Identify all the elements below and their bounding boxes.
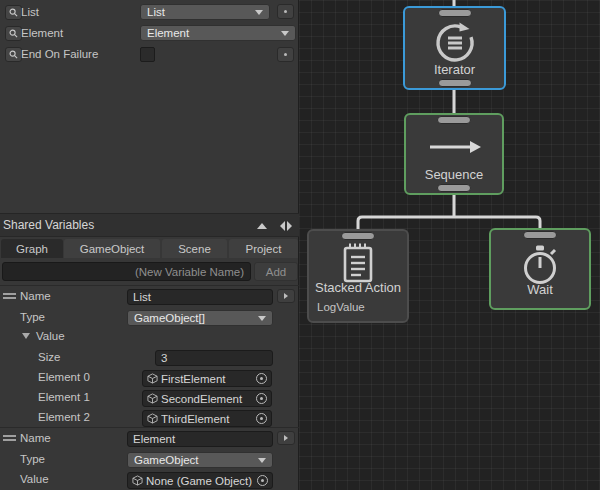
tab-scene[interactable]: Scene <box>162 239 227 258</box>
element-0-label: Element 0 <box>38 371 90 383</box>
incoming-connector[interactable] <box>341 232 375 240</box>
node-wait[interactable]: Wait <box>489 228 591 310</box>
prefab-cube-icon <box>147 373 158 384</box>
object-picker-icon[interactable] <box>257 475 268 486</box>
task-field-row-end-on-failure: End On Failure <box>0 46 299 63</box>
value-label: Value <box>36 330 65 342</box>
search-icon <box>9 8 18 17</box>
behavior-tree-canvas[interactable]: Iterator Sequence <box>299 0 600 490</box>
element-0-object-field[interactable]: FirstElement <box>142 370 272 387</box>
task-field-row-list: List List <box>0 4 299 21</box>
chevron-down-icon <box>281 31 289 36</box>
prefab-cube-icon <box>147 413 158 424</box>
value-object-field[interactable]: None (Game Object) <box>127 472 273 489</box>
divider <box>0 285 299 286</box>
splitter-resize-icon[interactable] <box>280 221 292 231</box>
element-1-object-field[interactable]: SecondElement <box>142 390 272 407</box>
object-picker-icon[interactable] <box>256 373 267 384</box>
value-foldout-icon[interactable] <box>22 333 30 339</box>
search-icon <box>9 29 18 38</box>
element-2-object-field[interactable]: ThirdElement <box>142 410 272 427</box>
incoming-connector[interactable] <box>438 9 472 17</box>
triangle-right-icon <box>284 435 288 441</box>
variable-type-dropdown[interactable]: GameObject[] <box>127 310 273 326</box>
variable-name-field[interactable] <box>127 431 273 447</box>
node-stacked-action[interactable]: Stacked Action LogValue <box>307 229 409 323</box>
outgoing-connector[interactable] <box>437 184 471 192</box>
shared-variables-header[interactable]: Shared Variables <box>0 213 299 237</box>
node-sequence[interactable]: Sequence <box>404 113 504 195</box>
chevron-down-icon <box>255 10 263 15</box>
collapse-up-icon[interactable] <box>257 223 267 229</box>
value-label: Value <box>20 473 49 485</box>
element-2-label: Element 2 <box>38 411 90 423</box>
chevron-down-icon <box>258 316 266 321</box>
divider <box>0 427 299 428</box>
prefab-cube-icon <box>147 393 158 404</box>
drag-handle-icon[interactable] <box>3 435 16 441</box>
dot-icon <box>284 10 287 13</box>
end-on-failure-checkbox[interactable] <box>140 47 155 62</box>
new-variable-name-input[interactable] <box>2 262 251 281</box>
notepad-icon <box>339 241 377 285</box>
variable-type-dropdown[interactable]: GameObject <box>127 452 273 468</box>
stopwatch-icon <box>518 242 562 286</box>
inspector-panel: List List Element Element End On Failure <box>0 0 299 490</box>
drag-handle-icon[interactable] <box>3 293 16 299</box>
list-variable-dropdown[interactable]: List <box>140 4 270 20</box>
size-label: Size <box>38 351 60 363</box>
prefab-cube-icon <box>132 475 143 486</box>
search-button[interactable] <box>5 5 22 20</box>
field-label: End On Failure <box>21 48 98 60</box>
object-picker-icon[interactable] <box>256 413 267 424</box>
type-label: Type <box>20 311 45 323</box>
variable-name-field[interactable] <box>127 289 273 305</box>
object-picker-icon[interactable] <box>256 393 267 404</box>
incoming-connector[interactable] <box>437 116 471 124</box>
triangle-right-icon <box>284 293 288 299</box>
variable-menu-button[interactable] <box>277 289 295 303</box>
element-1-label: Element 1 <box>38 391 90 403</box>
search-button[interactable] <box>5 26 22 41</box>
outgoing-connector[interactable] <box>438 79 472 87</box>
behavior-designer-window: List List Element Element End On Failure <box>0 0 600 490</box>
presets-button[interactable] <box>277 4 294 19</box>
variable-menu-button[interactable] <box>277 431 295 445</box>
tab-project[interactable]: Project <box>229 239 298 258</box>
sequence-arrow-icon <box>424 137 484 157</box>
pane-title: Shared Variables <box>3 218 94 232</box>
search-button[interactable] <box>5 47 22 62</box>
node-iterator[interactable]: Iterator <box>403 6 506 90</box>
iterator-icon <box>431 18 479 66</box>
tab-graph[interactable]: Graph <box>1 239 63 258</box>
name-label: Name <box>20 290 51 302</box>
dot-icon <box>284 53 287 56</box>
array-size-field[interactable] <box>155 350 273 366</box>
search-icon <box>9 50 18 59</box>
task-field-row-element: Element Element <box>0 25 299 42</box>
tab-gameobject[interactable]: GameObject <box>64 239 160 258</box>
chevron-down-icon <box>258 458 266 463</box>
incoming-connector[interactable] <box>523 231 557 239</box>
presets-button[interactable] <box>277 47 294 62</box>
add-variable-button[interactable]: Add <box>254 262 298 281</box>
field-label: List <box>21 6 39 18</box>
field-label: Element <box>21 27 63 39</box>
type-label: Type <box>20 453 45 465</box>
name-label: Name <box>20 432 51 444</box>
element-variable-dropdown[interactable]: Element <box>140 25 296 41</box>
node-subtitle: LogValue <box>317 301 365 313</box>
